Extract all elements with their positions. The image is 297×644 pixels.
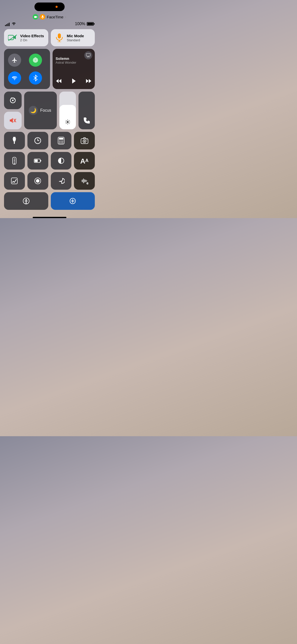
svg-point-34 — [59, 142, 60, 143]
more-button[interactable] — [51, 192, 95, 210]
svg-rect-0 — [42, 15, 43, 17]
cellular-button[interactable] — [29, 54, 42, 67]
svg-rect-47 — [35, 159, 38, 162]
screen-time-button[interactable] — [27, 132, 48, 149]
focus-moon-icon: 🌙 — [29, 106, 38, 115]
battery-group: 100% — [75, 22, 94, 26]
bluetooth-button[interactable] — [29, 71, 42, 85]
home-indicator — [33, 217, 66, 218]
brightness-slider[interactable] — [59, 92, 76, 129]
signal-wifi-group — [5, 22, 16, 26]
svg-text:A: A — [80, 157, 85, 164]
video-effects-subtitle: 2 On — [20, 38, 44, 42]
focus-panel[interactable]: 🌙 Focus — [24, 92, 57, 129]
second-main-row: 🌙 Focus — [4, 92, 95, 129]
flashlight-button[interactable] — [4, 132, 25, 149]
bottom-row — [4, 192, 95, 210]
main-row: Solemn Astral Wonder — [4, 49, 95, 89]
audio-recognition-button[interactable] — [74, 172, 95, 190]
mute-button[interactable] — [4, 112, 22, 129]
video-effects-icon — [8, 33, 18, 43]
svg-line-23 — [69, 123, 69, 124]
camera-button[interactable] — [74, 132, 95, 149]
svg-rect-4 — [58, 33, 61, 38]
svg-point-35 — [61, 142, 62, 143]
svg-line-11 — [34, 76, 35, 78]
svg-point-9 — [35, 59, 36, 61]
svg-point-53 — [36, 179, 39, 183]
svg-line-12 — [34, 78, 35, 79]
svg-line-24 — [69, 120, 69, 121]
battery-percent-label: 100% — [75, 22, 85, 26]
svg-rect-26 — [13, 137, 16, 138]
svg-point-33 — [62, 141, 63, 142]
svg-point-8 — [34, 59, 37, 62]
accessibility-button[interactable] — [4, 192, 48, 210]
focus-label: Focus — [40, 108, 51, 113]
signal-bars — [5, 23, 10, 26]
chevron-right-icon: › — [65, 15, 66, 19]
svg-rect-30 — [59, 138, 63, 140]
camera-dot — [33, 14, 38, 20]
svg-rect-51 — [11, 178, 17, 184]
handwriting-button[interactable] — [4, 172, 25, 190]
rotation-lock-button[interactable] — [4, 92, 22, 109]
svg-text:A: A — [85, 158, 89, 163]
svg-point-43 — [14, 160, 15, 161]
phone-panel[interactable] — [78, 92, 95, 129]
battery-button[interactable] — [27, 152, 48, 170]
mic-mode-subtitle: Standard — [67, 38, 84, 42]
grid-row-3 — [4, 172, 95, 190]
svg-point-32 — [61, 141, 62, 142]
svg-point-36 — [62, 142, 63, 143]
text-size-button[interactable]: AA — [74, 152, 95, 170]
svg-point-14 — [12, 100, 14, 101]
dynamic-island — [34, 3, 65, 11]
play-button[interactable] — [71, 78, 76, 86]
svg-point-31 — [59, 141, 60, 142]
svg-point-17 — [67, 121, 69, 123]
airplane-mode-button[interactable] — [8, 54, 21, 67]
phone-icon — [83, 117, 90, 126]
rewind-button[interactable] — [56, 78, 62, 85]
svg-line-65 — [26, 203, 27, 204]
svg-point-40 — [86, 139, 87, 140]
airplay-button[interactable] — [84, 51, 92, 59]
fast-forward-button[interactable] — [85, 78, 92, 85]
wifi-icon — [12, 22, 16, 26]
dark-mode-button[interactable] — [51, 152, 72, 170]
svg-point-42 — [14, 158, 15, 159]
svg-point-39 — [84, 141, 85, 142]
mic-dot — [40, 14, 45, 20]
mic-mode-tile[interactable]: Mic Mode Standard — [51, 29, 95, 46]
music-controls — [56, 78, 92, 86]
screen-record-button[interactable] — [27, 172, 48, 190]
left-mini-col — [4, 92, 22, 129]
grid-row-1 — [4, 132, 95, 149]
remote-button[interactable] — [4, 152, 25, 170]
mic-mode-title: Mic Mode — [67, 34, 84, 38]
dynamic-island-dot — [56, 6, 58, 8]
svg-line-22 — [66, 120, 66, 121]
facetime-banner[interactable]: FaceTime › — [0, 13, 99, 21]
brightness-icon — [65, 119, 70, 126]
svg-line-25 — [66, 123, 66, 124]
status-bar: 100% — [0, 21, 99, 27]
app-name: FaceTime — [47, 15, 63, 19]
battery-icon — [87, 22, 94, 26]
grid-row-2: AA — [4, 152, 95, 170]
music-artist: Astral Wonder — [56, 61, 92, 64]
video-effects-tile[interactable]: Video Effects 2 On — [4, 29, 48, 46]
wifi-toggle-button[interactable] — [8, 71, 21, 85]
connectivity-panel — [4, 49, 50, 89]
svg-point-45 — [14, 163, 15, 164]
calculator-button[interactable] — [51, 132, 72, 149]
shazam-button[interactable] — [51, 172, 72, 190]
top-tiles-row: Video Effects 2 On Mic Mode Standard — [4, 29, 95, 46]
video-effects-title: Video Effects — [20, 34, 44, 38]
svg-rect-27 — [14, 141, 15, 144]
svg-point-44 — [14, 162, 15, 163]
mic-mode-icon — [54, 33, 64, 43]
control-center: Video Effects 2 On Mic Mode Standard — [0, 27, 99, 214]
music-panel: Solemn Astral Wonder — [53, 49, 95, 89]
